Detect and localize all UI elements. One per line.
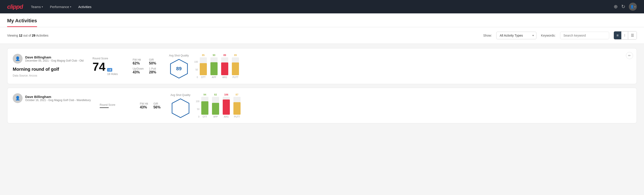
nav-item-performance[interactable]: Performance ▾: [49, 3, 72, 10]
stat-value: 62%: [132, 61, 144, 65]
viewing-count: 12: [19, 34, 22, 37]
stat-value: 28%: [149, 70, 160, 74]
score-dash: [100, 107, 109, 108]
stat-label: FW Hit: [140, 102, 148, 105]
chevron-down-icon: ▾: [70, 6, 71, 8]
user-avatar[interactable]: 👤 ▾: [629, 3, 637, 11]
stat-item: Up/Down 43%: [132, 67, 144, 74]
bar-axis-label-app: APP: [212, 76, 216, 78]
bar-col-putt-2: 87 PUTT: [234, 93, 240, 118]
shot-quality-section: Avg Shot Quality 100 50 0: [170, 93, 240, 118]
score-details: +4 18 Holes: [107, 68, 118, 76]
score-number: 74: [92, 61, 105, 72]
bar-value-putt: 89: [234, 54, 237, 56]
bar-col-app-2: 82 APP: [212, 93, 219, 118]
avatar: 👤: [13, 54, 22, 64]
bar-chart-wrap: 100 50 0 85 OTT: [194, 54, 239, 78]
bar-value-arg: 89: [223, 54, 226, 56]
view-mode-list-button[interactable]: ☰: [628, 32, 637, 39]
view-mode-list-detail-button[interactable]: ≡: [614, 32, 622, 39]
bar-axis-label-ott: OTT: [201, 76, 206, 78]
nav-item-activities[interactable]: Activities: [78, 3, 92, 10]
page-header: My Activities: [0, 14, 644, 27]
bar-col-ott-2: 94 OTT: [201, 93, 208, 118]
search-input[interactable]: [560, 32, 609, 39]
bar-fill-putt: [232, 62, 239, 75]
hexagon: [172, 98, 190, 118]
page-title: My Activities: [7, 18, 37, 24]
hexagon-wrap: Avg Shot Quality: [170, 94, 190, 118]
activities-content: ✏ 👤 Dave Billingham December 05, 2021 - …: [0, 44, 644, 128]
avatar-icon: 👤: [15, 96, 20, 100]
activity-card: ✏ 👤 Dave Billingham December 05, 2021 - …: [7, 48, 637, 84]
bar-col-ott: 85 OTT: [200, 54, 207, 78]
filter-bar: Viewing 12 out of 29 Activities Show: Al…: [0, 27, 644, 44]
y-axis: 100 50 0: [196, 100, 200, 118]
bar-fill-arg: [221, 62, 228, 75]
bar-container-ott-2: [201, 97, 208, 115]
stat-label: 1 Putt: [149, 67, 160, 70]
card-left: 👤 Dave Billingham October 16, 2021 - Gog…: [13, 93, 91, 103]
stat-value: 56%: [153, 105, 162, 109]
bar-fill-arg-2: [223, 100, 230, 115]
keywords-label: Keywords:: [541, 34, 556, 37]
stat-label: GIR: [153, 102, 162, 105]
bar-axis-label-putt-2: PUTT: [234, 116, 240, 118]
score-holes: 18 Holes: [107, 72, 118, 76]
bar-fill-app: [210, 62, 218, 75]
stat-label: GIR: [149, 58, 160, 61]
list-detail-icon: ≡: [616, 34, 618, 37]
grid-icon: ⁝: [624, 34, 625, 37]
hexagon-score: 89: [176, 66, 182, 72]
stat-label: FW Hit: [132, 58, 144, 61]
bar-value-ott-2: 94: [204, 93, 206, 96]
stat-value: 43%: [140, 105, 148, 109]
shot-quality-section: Avg Shot Quality 89 100 50 0: [169, 54, 239, 78]
stat-item: FW Hit 62%: [132, 58, 144, 65]
view-mode-grid-button[interactable]: ⁝: [622, 32, 628, 39]
page-title-wrap: My Activities: [7, 14, 37, 27]
bar-axis-label-arg: ARG: [222, 76, 227, 78]
round-score-block: Round Score 74 +4 18 Holes: [92, 57, 124, 76]
refresh-icon[interactable]: ↻: [621, 4, 625, 10]
bar-container-arg-2: [223, 97, 230, 115]
user-name: Dave Billingham: [25, 55, 84, 59]
list-icon: ☰: [631, 34, 634, 37]
viewing-text: Viewing 12 out of 29 Activities: [7, 34, 479, 37]
add-circle-icon[interactable]: ⊕: [614, 4, 618, 10]
user-avatar-icon: 👤: [630, 5, 634, 8]
bar-col-arg: 89 ARG: [221, 54, 228, 78]
bar-col-arg-2: 106 ARG: [223, 93, 230, 118]
user-name: Dave Billingham: [25, 95, 91, 98]
stat-label: Up/Down: [132, 67, 144, 70]
round-score-label: Round Score: [100, 103, 131, 106]
activity-type-select[interactable]: All Activity Types: [496, 32, 536, 39]
user-row: 👤 Dave Billingham December 05, 2021 - Go…: [13, 54, 84, 64]
round-score-label: Round Score: [92, 57, 124, 60]
bar-axis-label-putt: PUTT: [232, 76, 238, 78]
score-badge: +4: [107, 68, 112, 72]
chevron-down-icon: ▾: [42, 6, 43, 8]
nav-item-teams[interactable]: Teams ▾: [30, 3, 44, 10]
nav-right: ⊕ ↻ 👤 ▾: [614, 3, 637, 11]
stats-grid: FW Hit 62% GIR 50% Up/Down 43% 1 Putt 28…: [132, 58, 160, 74]
bar-axis-label-app-2: APP: [213, 116, 218, 118]
bar-fill-app-2: [212, 103, 219, 115]
stat-value: 43%: [132, 70, 144, 74]
card-stats: Round Score 74 +4 18 Holes FW Hit 62% GI…: [92, 54, 631, 78]
bar-container-app-2: [212, 97, 219, 115]
bar-value-app: 90: [213, 54, 215, 56]
hexagon: 89: [170, 59, 188, 78]
bar-container-ott: [200, 57, 207, 75]
edit-button[interactable]: ✏: [626, 52, 633, 59]
bar-container-arg: [221, 57, 228, 75]
activity-card: 👤 Dave Billingham October 16, 2021 - Gog…: [7, 88, 637, 124]
data-source: Data Source: Arccos: [13, 74, 84, 77]
stat-item: 1 Putt 28%: [149, 67, 160, 74]
bar-chart: 85 OTT 90: [200, 54, 239, 78]
hexagon-wrap: Avg Shot Quality 89: [169, 54, 189, 78]
user-info: Dave Billingham December 05, 2021 - Gog …: [25, 55, 84, 62]
bar-value-ott: 85: [202, 54, 205, 56]
avatar: 👤: [13, 93, 22, 103]
card-stats: Round Score FW Hit 43% GIR 56% Avg Shot …: [100, 93, 631, 118]
